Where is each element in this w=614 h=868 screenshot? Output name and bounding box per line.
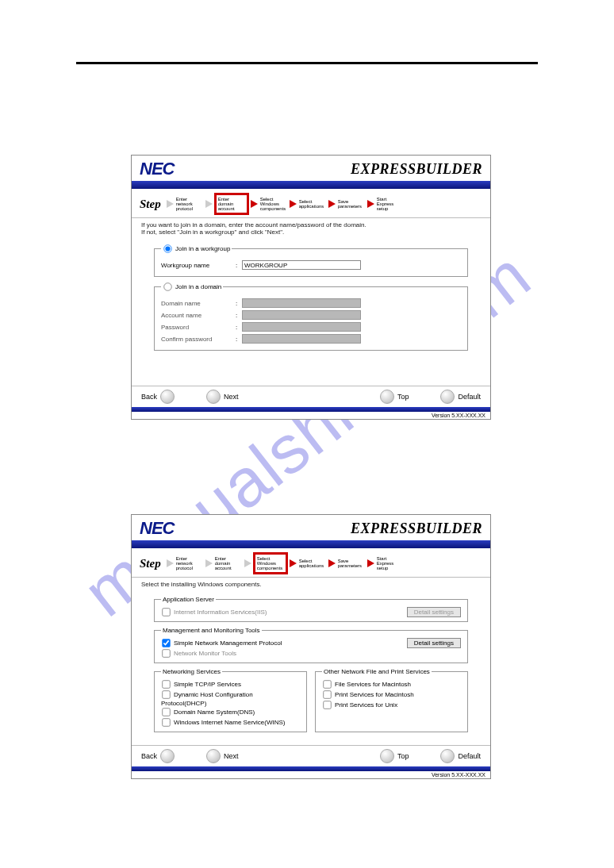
step-12: Start Express setup: [377, 197, 404, 211]
default-button[interactable]: Default: [440, 749, 481, 763]
dhcp-checkbox[interactable]: [162, 690, 170, 698]
top-button[interactable]: Top: [380, 390, 409, 404]
print-mac-label: Print Services for Macintosh: [335, 691, 414, 698]
networking-services-fieldset: Networking Services Simple TCP/IP Servic…: [154, 668, 307, 732]
domain-fieldset: Join in a domain Domain name: Account na…: [154, 282, 468, 351]
domain-name-input[interactable]: [242, 298, 361, 308]
domain-name-label: Domain name: [161, 300, 231, 307]
bottom-nav: Back Next Top Default: [132, 745, 490, 766]
nec-logo: NEC: [140, 518, 174, 539]
arrow-icon: [251, 200, 258, 208]
step-11: Save parameters: [338, 199, 365, 209]
workgroup-name-label: Workgroup name: [161, 262, 231, 269]
default-icon: [440, 390, 455, 404]
other-legend: Other Network File and Print Services: [322, 668, 432, 675]
back-icon: [160, 749, 175, 763]
net-legend: Networking Services: [161, 668, 222, 675]
default-button[interactable]: Default: [440, 390, 481, 404]
arrow-icon: [290, 200, 297, 208]
step-7: Enter network protocol: [176, 556, 203, 570]
workgroup-name-input[interactable]: [242, 260, 361, 270]
next-icon: [206, 749, 221, 763]
tcpip-checkbox[interactable]: [162, 680, 170, 688]
tcpip-label: Simple TCP/IP Services: [174, 681, 241, 688]
netmon-label: Network Monitor Tools: [174, 650, 236, 657]
wins-label: Windows Internet Name Service(WINS): [174, 719, 285, 726]
arrow-icon: [290, 559, 297, 567]
step-8: Enter domain account: [215, 556, 242, 570]
header-bar: [132, 181, 490, 189]
step-label: Step: [140, 198, 161, 211]
netmon-checkbox[interactable]: [162, 649, 170, 657]
step-10: Select applications: [299, 559, 326, 568]
app-server-legend: Application Server: [161, 596, 216, 603]
step-12: Start Express setup: [377, 556, 404, 570]
account-name-input[interactable]: [242, 310, 361, 320]
top-icon: [380, 390, 394, 404]
snmp-checkbox[interactable]: [162, 639, 170, 647]
next-button[interactable]: Next: [206, 749, 239, 763]
mgmt-tools-fieldset: Management and Monitoring Tools Simple N…: [154, 627, 468, 663]
join-domain-radio[interactable]: [163, 282, 171, 290]
dns-checkbox[interactable]: [162, 708, 170, 716]
snmp-label: Simple Network Management Protocol: [174, 639, 282, 647]
header-bar: [132, 540, 490, 548]
step-9-active: Select Windows components: [254, 553, 287, 574]
help-text: Select the installing Windows components…: [132, 578, 490, 591]
file-mac-label: File Services for Macintosh: [335, 681, 411, 688]
top-rule: [76, 62, 538, 64]
print-unix-checkbox[interactable]: [323, 701, 331, 709]
back-icon: [160, 390, 175, 404]
nec-logo: NEC: [140, 159, 174, 179]
wizard-screenshot-components: NEC EXPRESSBUILDER Step Enter network pr…: [131, 514, 491, 779]
detail-settings-button[interactable]: Detail settings: [407, 607, 461, 617]
iis-label: Internet Information Services(IIS): [174, 609, 267, 616]
version-text: Version 5.XX-XXX.XX: [132, 771, 490, 778]
step-7: Enter network protocol: [176, 197, 203, 211]
help-line-1: If you want to join in a domain, enter t…: [141, 221, 366, 229]
top-button[interactable]: Top: [380, 749, 409, 763]
product-title: EXPRESSBUILDER: [351, 520, 482, 537]
step-11: Save parameters: [338, 559, 365, 568]
next-icon: [206, 390, 221, 404]
arrow-icon: [328, 559, 336, 567]
password-input[interactable]: [242, 322, 361, 332]
arrow-icon: [367, 559, 374, 567]
back-button[interactable]: Back: [141, 390, 175, 404]
join-workgroup-label: Join in a workgroup: [175, 245, 230, 252]
confirm-password-input[interactable]: [242, 334, 361, 344]
print-unix-label: Print Services for Unix: [335, 701, 397, 709]
join-domain-label: Join in a domain: [175, 283, 221, 290]
confirm-password-label: Confirm password: [161, 336, 231, 343]
step-9: Select Windows components: [260, 197, 287, 211]
wizard-screenshot-domain: NEC EXPRESSBUILDER Step Enter network pr…: [131, 155, 491, 420]
help-text: If you want to join in a domain, enter t…: [132, 218, 490, 239]
version-text: Version 5.XX-XXX.XX: [132, 412, 490, 419]
step-8-active: Enter domain account: [215, 194, 248, 214]
next-button[interactable]: Next: [206, 390, 239, 404]
arrow-icon: [205, 200, 213, 208]
arrow-icon: [328, 200, 336, 208]
default-icon: [440, 749, 455, 763]
file-mac-checkbox[interactable]: [323, 680, 331, 688]
bottom-nav: Back Next Top Default: [132, 386, 490, 407]
detail-settings-button[interactable]: Detail settings: [407, 638, 461, 648]
arrow-icon: [367, 200, 374, 208]
join-workgroup-radio[interactable]: [163, 244, 171, 252]
account-name-label: Account name: [161, 312, 231, 319]
arrow-icon: [205, 559, 213, 567]
print-mac-checkbox[interactable]: [323, 690, 331, 698]
other-services-fieldset: Other Network File and Print Services Fi…: [315, 668, 468, 732]
arrow-icon: [244, 559, 251, 567]
arrow-icon: [167, 559, 174, 567]
app-server-fieldset: Application Server Internet Information …: [154, 596, 468, 622]
arrow-icon: [167, 200, 174, 208]
help-line-2: If not, select "Join in a workgroup" and…: [141, 229, 284, 236]
wins-checkbox[interactable]: [162, 718, 170, 726]
top-icon: [380, 749, 394, 763]
dhcp-label: Dynamic Host Configuration Protocol(DHCP…: [161, 691, 253, 707]
back-button[interactable]: Back: [141, 749, 175, 763]
mgmt-legend: Management and Monitoring Tools: [161, 627, 262, 634]
password-label: Password: [161, 324, 231, 331]
iis-checkbox[interactable]: [162, 608, 170, 616]
